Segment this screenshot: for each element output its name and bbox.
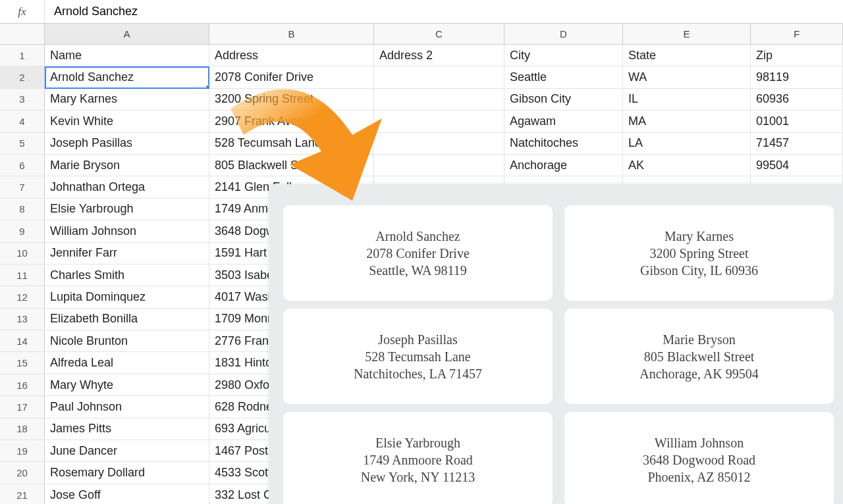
row-header[interactable]: 8 [0, 199, 45, 220]
cell[interactable]: Anchorage [504, 155, 623, 176]
row-header[interactable]: 2 [0, 66, 45, 88]
formula-bar: fx [0, 0, 843, 24]
column-header-d[interactable]: D [504, 24, 623, 45]
row-header[interactable]: 7 [0, 176, 45, 198]
cell[interactable]: Johnathan Ortega [45, 176, 209, 198]
cell[interactable]: IL [623, 89, 751, 111]
cell[interactable] [374, 133, 504, 155]
label-city-state-zip: Natchitoches, LA 71457 [354, 365, 482, 382]
cell[interactable]: 2078 Conifer Drive [209, 66, 374, 88]
cell[interactable]: WA [623, 66, 751, 88]
column-header-e[interactable]: E [623, 24, 751, 45]
address-label-card: Mary Karnes3200 Spring StreetGibson City… [564, 205, 834, 301]
cell[interactable]: Agawam [504, 111, 623, 132]
cell[interactable]: Elsie Yarbrough [45, 199, 209, 220]
row-header[interactable]: 12 [0, 286, 45, 308]
cell[interactable]: Gibson City [504, 89, 623, 111]
label-name: Marie Bryson [663, 331, 736, 348]
cell[interactable]: 98119 [751, 66, 843, 88]
select-all-corner[interactable] [0, 24, 45, 45]
header-cell-state[interactable]: State [623, 45, 751, 66]
cell[interactable]: 71457 [751, 133, 843, 155]
cell[interactable]: 3200 Spring Street [209, 89, 374, 111]
label-street: 805 Blackwell Street [644, 348, 755, 365]
header-cell-address2[interactable]: Address 2 [374, 45, 504, 66]
label-city-state-zip: Seattle, WA 98119 [369, 262, 466, 279]
cell[interactable]: Paul Johnson [45, 396, 209, 418]
label-city-state-zip: Phoenix, AZ 85012 [647, 468, 750, 486]
cell[interactable]: Elizabeth Bonilla [45, 309, 209, 330]
cell[interactable]: James Pitts [45, 418, 209, 440]
label-name: Mary Karnes [665, 228, 734, 245]
row-header[interactable]: 14 [0, 330, 45, 352]
cell[interactable]: Charles Smith [45, 265, 209, 286]
row-header[interactable]: 17 [0, 396, 45, 418]
cell[interactable] [374, 111, 504, 132]
cell[interactable]: Seattle [504, 66, 623, 88]
cell[interactable]: Natchitoches [504, 133, 623, 155]
formula-input[interactable] [45, 0, 843, 23]
row-header[interactable]: 1 [0, 45, 45, 66]
row-header[interactable]: 4 [0, 111, 45, 132]
column-header-c[interactable]: C [374, 24, 504, 45]
cell[interactable] [374, 155, 504, 176]
row-header[interactable]: 19 [0, 440, 45, 462]
row-header[interactable]: 21 [0, 484, 45, 504]
cell[interactable]: Alfreda Leal [45, 352, 209, 374]
label-city-state-zip: New York, NY 11213 [361, 468, 476, 486]
cell[interactable]: Jennifer Farr [45, 243, 209, 265]
address-label-card: William Johnson3648 Dogwood RoadPhoenix,… [564, 412, 834, 504]
cell[interactable]: Mary Whyte [45, 374, 209, 396]
cell[interactable]: June Dancer [45, 440, 209, 462]
cell[interactable]: Nicole Brunton [45, 330, 209, 352]
cell[interactable]: 805 Blackwell Street [209, 155, 374, 176]
cell[interactable]: 60936 [751, 89, 843, 111]
label-city-state-zip: Gibson City, IL 60936 [640, 262, 758, 279]
cell[interactable]: AK [623, 155, 751, 176]
cell[interactable]: Kevin White [45, 111, 209, 132]
cell[interactable]: William Johnson [45, 220, 209, 242]
column-header-a[interactable]: A [45, 24, 209, 45]
header-cell-city[interactable]: City [504, 45, 623, 66]
label-street: 1749 Anmoore Road [363, 451, 473, 468]
cell[interactable]: MA [623, 111, 751, 132]
cell[interactable]: 01001 [751, 111, 843, 132]
label-name: Arnold Sanchez [375, 228, 460, 245]
label-street: 3648 Dogwood Road [643, 451, 755, 468]
cell[interactable] [374, 89, 504, 111]
label-name: Joseph Pasillas [378, 331, 458, 348]
cell[interactable] [374, 66, 504, 88]
row-header[interactable]: 6 [0, 155, 45, 176]
cell[interactable]: 2907 Frank Avenue [209, 111, 374, 132]
column-header-b[interactable]: B [209, 24, 374, 45]
row-header[interactable]: 16 [0, 374, 45, 396]
row-header[interactable]: 11 [0, 265, 45, 286]
label-street: 528 Tecumsah Lane [365, 348, 470, 365]
row-header[interactable]: 13 [0, 309, 45, 330]
cell[interactable]: Marie Bryson [45, 155, 209, 176]
row-header[interactable]: 20 [0, 462, 45, 484]
row-header[interactable]: 9 [0, 220, 45, 242]
row-header[interactable]: 10 [0, 243, 45, 265]
address-label-card: Joseph Pasillas528 Tecumsah LaneNatchito… [283, 309, 553, 404]
cell[interactable]: LA [623, 133, 751, 155]
row-header[interactable]: 5 [0, 133, 45, 155]
cell[interactable]: Jose Goff [45, 484, 209, 504]
header-cell-name[interactable]: Name [45, 45, 209, 66]
row-header[interactable]: 18 [0, 418, 45, 440]
cell[interactable]: Lupita Dominquez [45, 286, 209, 308]
cell[interactable]: Mary Karnes [45, 89, 209, 111]
cell[interactable]: Rosemary Dollard [45, 462, 209, 484]
header-cell-zip[interactable]: Zip [751, 45, 843, 66]
fx-icon[interactable]: fx [0, 0, 45, 23]
column-header-f[interactable]: F [751, 24, 843, 45]
cell[interactable]: 99504 [751, 155, 843, 176]
address-label-card: Arnold Sanchez2078 Conifer DriveSeattle,… [283, 205, 553, 301]
header-cell-address[interactable]: Address [209, 45, 374, 66]
row-header[interactable]: 3 [0, 89, 45, 111]
cell[interactable]: 528 Tecumsah Lane [209, 133, 374, 155]
address-label-card: Elsie Yarbrough1749 Anmoore RoadNew York… [283, 412, 553, 504]
row-header[interactable]: 15 [0, 352, 45, 374]
cell[interactable]: Joseph Pasillas [45, 133, 209, 155]
cell[interactable]: Arnold Sanchez [45, 66, 209, 88]
